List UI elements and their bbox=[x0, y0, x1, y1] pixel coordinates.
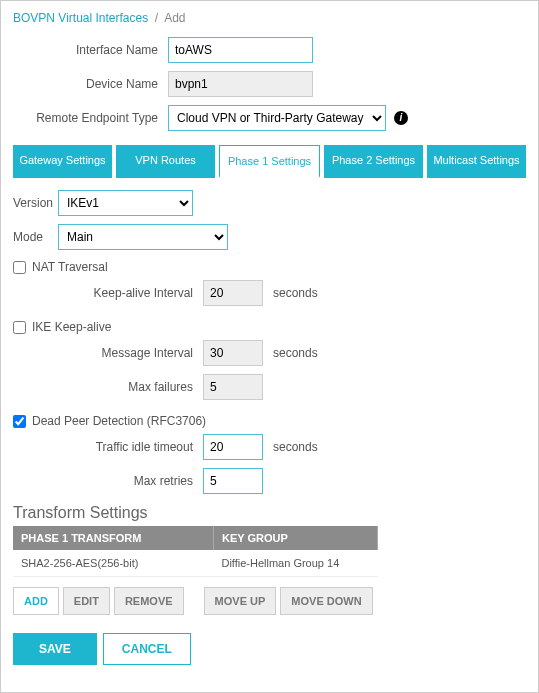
transform-header-2[interactable]: Key Group bbox=[213, 526, 377, 550]
dpd-label: Dead Peer Detection (RFC3706) bbox=[32, 414, 206, 428]
tab-phase2-settings[interactable]: Phase 2 Settings bbox=[324, 145, 423, 178]
device-name-input[interactable] bbox=[168, 71, 313, 97]
ike-keepalive-checkbox[interactable] bbox=[13, 321, 26, 334]
mode-label: Mode bbox=[13, 230, 58, 244]
msg-interval-input[interactable] bbox=[203, 340, 263, 366]
msg-interval-label: Message Interval bbox=[13, 346, 203, 360]
tabs: Gateway Settings VPN Routes Phase 1 Sett… bbox=[13, 145, 526, 178]
breadcrumb: BOVPN Virtual Interfaces / Add bbox=[13, 11, 526, 25]
transform-title: Transform Settings bbox=[13, 504, 526, 522]
breadcrumb-root[interactable]: BOVPN Virtual Interfaces bbox=[13, 11, 148, 25]
transform-header-1[interactable]: Phase 1 Transform bbox=[13, 526, 213, 550]
add-button[interactable]: ADD bbox=[13, 587, 59, 615]
transform-table: Phase 1 Transform Key Group SHA2-256-AES… bbox=[13, 526, 378, 577]
device-name-label: Device Name bbox=[13, 77, 168, 91]
msg-interval-unit: seconds bbox=[273, 346, 318, 360]
ike-keepalive-label: IKE Keep-alive bbox=[32, 320, 111, 334]
remote-endpoint-label: Remote Endpoint Type bbox=[13, 111, 168, 125]
max-retries-input[interactable] bbox=[203, 468, 263, 494]
tab-phase1-settings[interactable]: Phase 1 Settings bbox=[219, 145, 320, 178]
save-button[interactable]: SAVE bbox=[13, 633, 97, 665]
transform-cell-2: Diffie-Hellman Group 14 bbox=[213, 550, 377, 577]
remote-endpoint-select[interactable]: Cloud VPN or Third-Party Gateway bbox=[168, 105, 386, 131]
dpd-checkbox[interactable] bbox=[13, 415, 26, 428]
max-failures-input[interactable] bbox=[203, 374, 263, 400]
max-retries-label: Max retries bbox=[13, 474, 203, 488]
interface-name-input[interactable] bbox=[168, 37, 313, 63]
idle-timeout-input[interactable] bbox=[203, 434, 263, 460]
version-label: Version bbox=[13, 196, 58, 210]
nat-traversal-checkbox[interactable] bbox=[13, 261, 26, 274]
info-icon[interactable]: i bbox=[394, 111, 408, 125]
moveup-button[interactable]: MOVE UP bbox=[204, 587, 277, 615]
remove-button[interactable]: REMOVE bbox=[114, 587, 184, 615]
version-select[interactable]: IKEv1 bbox=[58, 190, 193, 216]
tab-vpn-routes[interactable]: VPN Routes bbox=[116, 145, 215, 178]
cancel-button[interactable]: CANCEL bbox=[103, 633, 191, 665]
movedown-button[interactable]: MOVE DOWN bbox=[280, 587, 372, 615]
interface-name-label: Interface Name bbox=[13, 43, 168, 57]
table-row[interactable]: SHA2-256-AES(256-bit) Diffie-Hellman Gro… bbox=[13, 550, 378, 577]
mode-select[interactable]: Main bbox=[58, 224, 228, 250]
max-failures-label: Max failures bbox=[13, 380, 203, 394]
tab-gateway-settings[interactable]: Gateway Settings bbox=[13, 145, 112, 178]
transform-cell-1: SHA2-256-AES(256-bit) bbox=[13, 550, 213, 577]
keepalive-input[interactable] bbox=[203, 280, 263, 306]
keepalive-unit: seconds bbox=[273, 286, 318, 300]
nat-traversal-label: NAT Traversal bbox=[32, 260, 108, 274]
edit-button[interactable]: EDIT bbox=[63, 587, 110, 615]
idle-timeout-label: Traffic idle timeout bbox=[13, 440, 203, 454]
idle-timeout-unit: seconds bbox=[273, 440, 318, 454]
keepalive-label: Keep-alive Interval bbox=[13, 286, 203, 300]
breadcrumb-current: Add bbox=[164, 11, 185, 25]
tab-multicast-settings[interactable]: Multicast Settings bbox=[427, 145, 526, 178]
